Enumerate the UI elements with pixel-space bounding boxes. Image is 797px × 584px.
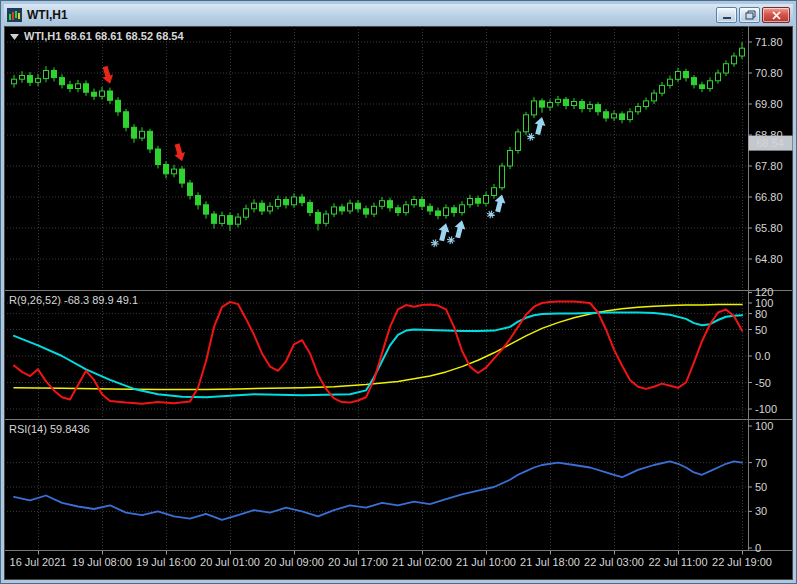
minimize-button[interactable] xyxy=(716,7,737,23)
window-title: WTI,H1 xyxy=(27,8,68,22)
restore-icon xyxy=(744,9,756,21)
close-button[interactable] xyxy=(762,7,790,23)
price-chart[interactable]: 71.8070.8069.8068.8067.8066.8065.8064.80… xyxy=(4,26,793,580)
window-controls xyxy=(716,7,790,23)
time-axis[interactable] xyxy=(4,550,793,580)
oscillator-pane-label: R(9,26,52) -68.3 89.9 49.1 xyxy=(9,294,138,306)
restore-button[interactable] xyxy=(739,7,760,23)
mt4-chart-window: WTI,H1 71.8070.8069.8068.8067.8066.8065.… xyxy=(0,0,797,584)
svg-text:WTI,H1 68.61 68.61 68.52 68.54: WTI,H1 68.61 68.61 68.52 68.54 xyxy=(24,30,184,42)
rsi-pane-label: RSI(14) 59.8436 xyxy=(9,423,90,435)
price-axis[interactable] xyxy=(748,26,793,550)
window-titlebar[interactable]: WTI,H1 xyxy=(4,4,793,26)
chart-window-icon xyxy=(7,8,22,22)
symbol-ohlc-label[interactable]: WTI,H1 68.61 68.61 68.52 68.54 xyxy=(10,30,184,42)
chart-client-area: 71.8070.8069.8068.8067.8066.8065.8064.80… xyxy=(4,26,793,580)
minimize-icon xyxy=(721,9,733,21)
close-icon xyxy=(771,10,782,21)
